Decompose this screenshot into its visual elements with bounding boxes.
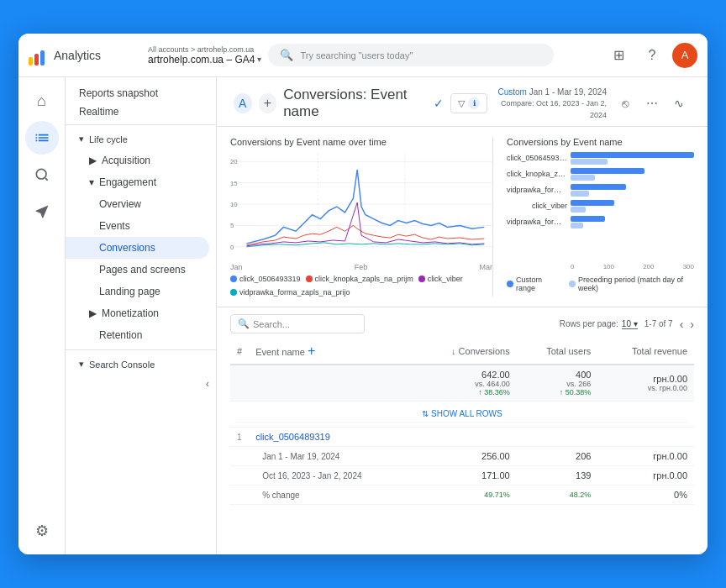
sidebar-item-acquisition[interactable]: ▶ Acquisition: [66, 150, 209, 171]
line-chart-x-labels: Jan Feb Mar: [230, 263, 492, 271]
subrow-change-label: % change: [249, 486, 416, 505]
row-num-1: 1: [230, 428, 249, 447]
date-range-selector[interactable]: Custom Jan 1 - Mar 19, 2024 Compare: Oct…: [494, 86, 607, 121]
col-users[interactable]: Total users: [517, 339, 598, 365]
bar-fill-compare-4: [571, 207, 586, 213]
legend-item-2: click_knopka_zapls_na_prijm: [306, 275, 413, 283]
sidebar-item-overview[interactable]: Overview: [66, 193, 209, 215]
row-event-1: click_0506489319: [249, 428, 416, 447]
sidebar-item-home[interactable]: ⌂: [25, 84, 59, 118]
monetization-expand-icon: ▶: [89, 307, 97, 319]
bar-x-labels: 0 100 200 300: [507, 263, 694, 270]
subrow-conv-date1: 256.00: [416, 447, 517, 466]
table-totals-row: 642.00 vs. 464.00 ↑ 38.36% 400 vs. 266 ↑…: [230, 365, 694, 402]
bar-fill-2: [571, 168, 644, 174]
property-selector[interactable]: artrohelp.com.ua – GA4 ▾: [148, 54, 261, 66]
more-icon[interactable]: ⋯: [640, 92, 664, 115]
bar-label-3: vidprawka_forma _zapls_hit_prij...: [507, 186, 567, 194]
content-area: A + Conversions: Event name ✓ ▽ ℹ Custom…: [217, 77, 708, 554]
show-all-rows-btn[interactable]: ⇅ SHOW ALL ROWS: [237, 406, 687, 423]
prev-page-btn[interactable]: ‹: [680, 318, 684, 331]
all-accounts-link[interactable]: All accounts > artrohelp.com.ua: [148, 45, 261, 54]
sidebar-search-console-header[interactable]: ▾ Search Console: [66, 354, 209, 375]
sidebar-item-settings[interactable]: ⚙: [25, 514, 59, 548]
line-chart-svg: 20 15 10 5 0: [230, 152, 492, 261]
subrow-num-blank3: [230, 486, 249, 505]
line-chart-panel: Conversions by Event name over time 20 1…: [230, 137, 492, 297]
add-metric-btn[interactable]: +: [308, 344, 315, 358]
search-bar[interactable]: 🔍 Try searching "users today": [268, 44, 554, 66]
col-revenue[interactable]: Total revenue: [597, 339, 694, 365]
share-icon[interactable]: ⎋: [613, 92, 637, 115]
bar-legend-custom: Custom range: [507, 276, 559, 292]
subrow-date2-label: Oct 16, 2023 - Jan 2, 2024: [249, 466, 416, 486]
sidebar-lifecycle-header[interactable]: ▾ Life cycle: [66, 129, 209, 150]
sidebar-realtime[interactable]: Realtime: [66, 102, 216, 121]
sidebar-item-events[interactable]: Events: [66, 215, 209, 237]
table-subrow-date1: Jan 1 - Mar 19, 2024 256.00 206 грн.0.00: [230, 447, 694, 466]
chart-type-icon[interactable]: ∿: [667, 92, 691, 115]
filter-icon: ▽: [458, 98, 465, 109]
topbar: Analytics All accounts > artrohelp.com.u…: [18, 34, 708, 77]
sidebar-item-landing[interactable]: Landing page: [66, 281, 209, 302]
help-icon[interactable]: ?: [639, 42, 666, 69]
account-info: All accounts > artrohelp.com.ua artrohel…: [148, 45, 261, 66]
acquisition-expand-icon: ▶: [89, 155, 97, 166]
bar-row-3: vidprawka_forma _zapls_hit_prij...: [507, 184, 694, 196]
bar-fill-compare-1: [571, 159, 608, 165]
sidebar-item-retention[interactable]: Retention: [66, 324, 209, 346]
bar-track-5: [571, 216, 694, 228]
subrow-conv-change: 49.71%: [416, 486, 517, 505]
col-num: #: [230, 339, 249, 365]
sidebar-reports-snapshot[interactable]: Reports snapshot: [66, 81, 216, 102]
sidebar-nav: Reports snapshot Realtime ▾ Life cycle ▶…: [66, 77, 217, 554]
avatar[interactable]: А: [672, 43, 697, 68]
sidebar-item-advertising[interactable]: [25, 195, 59, 228]
nav-divider-1: [66, 124, 216, 125]
sidebar-item-conversions[interactable]: Conversions: [66, 237, 209, 259]
app-title: Analytics: [54, 49, 101, 62]
next-page-btn[interactable]: ›: [690, 318, 694, 331]
engagement-expand-icon: ▾: [89, 176, 94, 188]
search-placeholder-text: Search...: [253, 319, 290, 329]
bar-track-3: [571, 184, 694, 196]
add-comparison-btn[interactable]: A: [234, 93, 252, 113]
sidebar-item-reports[interactable]: [25, 121, 59, 155]
bar-label-2: click_knopka_za pis_na_prijm: [507, 170, 567, 178]
subrow-num-blank2: [230, 466, 249, 486]
rows-per-page-selector[interactable]: 10 ▾: [622, 319, 638, 329]
subrow-users-date1: 206: [517, 447, 598, 466]
row-users-1: [517, 428, 598, 447]
totals-users: 400 vs. 266 ↑ 50.38%: [517, 365, 598, 402]
data-table: # Event name + ↓ Conversions Total users: [230, 339, 694, 505]
col-event-name[interactable]: Event name +: [249, 339, 416, 365]
add-btn-plus[interactable]: +: [259, 93, 277, 113]
sort-icon: ↓: [451, 346, 456, 356]
sidebar-collapse-btn[interactable]: ‹: [66, 375, 216, 393]
table-search-icon: 🔍: [238, 318, 250, 329]
table-search-input[interactable]: 🔍 Search...: [230, 314, 365, 333]
title-check-icon: ✓: [434, 97, 444, 110]
app-window: Analytics All accounts > artrohelp.com.u…: [18, 34, 708, 554]
sidebar-item-pages[interactable]: Pages and screens: [66, 259, 209, 281]
line-chart: 20 15 10 5 0: [230, 152, 492, 261]
bar-legend-preceding: Preceding period (match day of week): [569, 276, 694, 292]
nav-divider-2: [66, 349, 216, 350]
sidebar-item-engagement[interactable]: ▾ Engagement: [66, 171, 209, 193]
subrow-rev-date2: грн.0.00: [597, 466, 694, 486]
legend-item-3: click_viber: [418, 275, 463, 283]
show-all-rows-cell: ⇅ SHOW ALL ROWS: [230, 402, 694, 428]
col-conversions[interactable]: ↓ Conversions: [416, 339, 517, 365]
sidebar-item-monetization[interactable]: ▶ Monetization: [66, 302, 209, 324]
bar-chart: click_05064593 19 click_knopka_za pis_na…: [507, 152, 694, 261]
table-header-row: # Event name + ↓ Conversions Total users: [230, 339, 694, 365]
bar-fill-4: [571, 200, 613, 206]
bar-row-4: click_viber: [507, 200, 694, 212]
apps-icon[interactable]: ⊞: [605, 42, 632, 69]
subrow-rev-date1: грн.0.00: [597, 447, 694, 466]
sidebar-item-explore[interactable]: [25, 158, 59, 192]
subrow-num-blank: [230, 447, 249, 466]
filter-button[interactable]: ▽ ℹ: [450, 93, 487, 113]
event-name-link-1[interactable]: click_0506489319: [255, 432, 409, 442]
bar-legend-dot-preceding: [569, 281, 576, 287]
